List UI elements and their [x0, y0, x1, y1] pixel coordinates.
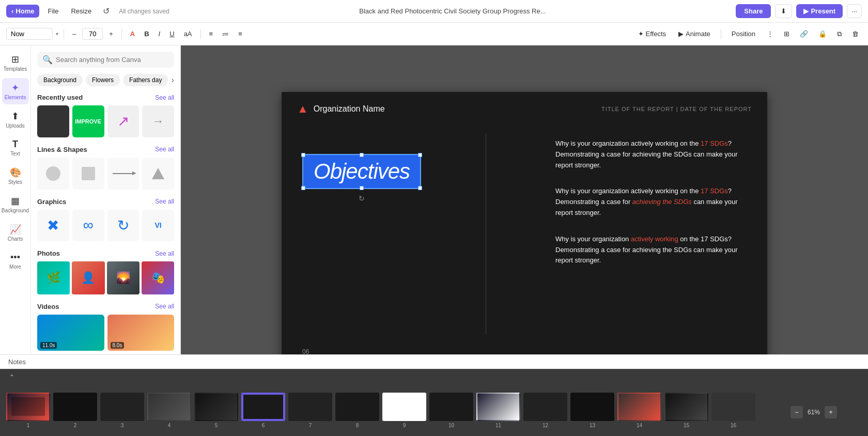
chip-fathers-day[interactable]: Fathers day [123, 74, 168, 86]
filmstrip-slide-9[interactable]: 9 [382, 393, 426, 428]
copy-button[interactable]: ⧉ [834, 28, 845, 40]
rotate-handle[interactable]: ↻ [357, 193, 367, 204]
photo-item-3[interactable]: 🌄 [107, 261, 140, 294]
align-button[interactable]: ≡ [206, 28, 216, 40]
content-block-1: Why is your organization actively workin… [555, 138, 752, 170]
search-input[interactable] [56, 56, 169, 64]
filmstrip-slide-15[interactable]: 15 [664, 393, 708, 428]
sidebar-item-templates[interactable]: ⊞ Templates [2, 50, 29, 76]
graphics-see-all[interactable]: See all [155, 198, 174, 205]
photo-item-1[interactable]: 🌿 [37, 261, 70, 294]
filmstrip-slide-12[interactable]: 12 [523, 393, 567, 428]
zoom-in-button[interactable]: + [825, 406, 837, 418]
sidebar-item-uploads[interactable]: ⬆ Uploads [2, 106, 29, 133]
filmstrip-slide-1[interactable]: 1 [6, 393, 50, 428]
graphic-item-2[interactable]: ∞ [72, 210, 104, 242]
chip-next-button[interactable]: › [171, 75, 174, 85]
handle-top-middle[interactable] [360, 153, 364, 157]
filmstrip-slide-14[interactable]: 14 [617, 393, 661, 428]
sidebar-item-elements[interactable]: ✦ Elements [2, 78, 29, 104]
resize-button[interactable]: Resize [67, 5, 96, 17]
filmstrip-slide-16[interactable]: 16 [711, 393, 755, 428]
sidebar-item-charts[interactable]: 📈 Charts [2, 220, 29, 246]
shape-triangle[interactable] [142, 158, 174, 190]
filmstrip-slide-8[interactable]: 8 [335, 393, 379, 428]
delete-button[interactable]: 🗑 [849, 28, 862, 40]
handle-bottom-right[interactable] [418, 186, 422, 190]
handle-top-right[interactable] [418, 153, 422, 157]
font-size-decrease-button[interactable]: – [69, 28, 79, 40]
search-bar[interactable]: 🔍 [37, 52, 174, 68]
undo-button[interactable]: ↺ [100, 4, 113, 18]
grid-format-button[interactable]: ⊞ [781, 28, 793, 40]
lines-shapes-see-all[interactable]: See all [155, 146, 174, 153]
graphic-item-3[interactable]: ↻ [107, 210, 140, 242]
filmstrip-scroll[interactable]: 1 2 3 4 5 6 7 8 [0, 384, 868, 436]
filmstrip-slide-13[interactable]: 13 [570, 393, 614, 428]
photos-see-all[interactable]: See all [155, 250, 174, 257]
graphic-item-1[interactable]: ✖ [37, 210, 69, 242]
objectives-textbox[interactable]: Objectives ↻ [302, 154, 421, 189]
filmstrip-slide-5[interactable]: 5 [194, 393, 238, 428]
animate-button[interactable]: ▶ Animate [674, 28, 715, 40]
font-size-increase-button[interactable]: + [106, 28, 116, 40]
position-button[interactable]: Position [727, 28, 760, 40]
link-button[interactable]: 🔗 [797, 28, 811, 40]
chip-flowers[interactable]: Flowers [86, 74, 120, 86]
recently-item-texture[interactable] [37, 105, 69, 137]
shape-line[interactable] [107, 158, 140, 190]
shape-circle[interactable] [37, 158, 69, 190]
filmstrip-collapse-button[interactable]: ⌃ [6, 372, 18, 382]
slide-canvas[interactable]: ▲ Organization Name TITLE OF THE REPORT … [282, 92, 767, 366]
handle-bottom-left[interactable] [301, 186, 305, 190]
video-item-2[interactable]: 8.0s [107, 315, 175, 351]
sidebar-item-background[interactable]: ▦ Background [2, 191, 29, 217]
filmstrip-slide-11[interactable]: 11 [476, 393, 520, 428]
sidebar-item-more[interactable]: ••• More [2, 248, 29, 274]
more-format-button[interactable]: ⋮ [764, 28, 777, 40]
photo-item-4[interactable]: 🎭 [142, 261, 174, 294]
share-button[interactable]: Share [736, 4, 771, 18]
recently-item-gray-arrow[interactable]: → [142, 105, 174, 137]
text-color-button[interactable]: A [127, 28, 138, 40]
filmstrip-slide-4[interactable]: 4 [147, 393, 191, 428]
notes-label[interactable]: Notes [8, 358, 26, 366]
more-options-button[interactable]: ··· [847, 4, 862, 18]
recently-item-improve[interactable]: IMPROVE [72, 105, 104, 137]
bold-button[interactable]: B [141, 28, 152, 40]
download-button[interactable]: ⬇ [775, 4, 792, 18]
file-button[interactable]: File [43, 5, 63, 17]
objectives-container[interactable]: Objectives ↻ [302, 154, 421, 189]
text-icon: T [12, 139, 18, 150]
font-family-select[interactable] [6, 28, 53, 40]
videos-see-all[interactable]: See all [155, 303, 174, 310]
home-button[interactable]: ‹ Home [6, 5, 39, 18]
handle-top-left[interactable] [301, 153, 305, 157]
handle-bottom-middle[interactable] [360, 186, 364, 190]
filmstrip-slide-2[interactable]: 2 [53, 393, 97, 428]
sidebar-item-text[interactable]: T Text [2, 135, 29, 161]
underline-button[interactable]: U [166, 28, 177, 40]
present-button[interactable]: ▶ Present [796, 4, 843, 18]
lock-button[interactable]: 🔒 [815, 28, 830, 40]
filmstrip-slide-6[interactable]: 6 [241, 393, 285, 428]
filmstrip-slide-7[interactable]: 7 [288, 393, 332, 428]
shape-square[interactable] [72, 158, 104, 190]
filmstrip-slide-10[interactable]: 10 [429, 393, 473, 428]
filmstrip-slide-3[interactable]: 3 [100, 393, 144, 428]
chip-background[interactable]: Background [37, 74, 83, 86]
video-item-1[interactable]: 11.0s [37, 315, 104, 351]
case-button[interactable]: aA [181, 28, 195, 40]
zoom-out-button[interactable]: − [791, 406, 803, 418]
graphic-item-4[interactable]: VI [142, 210, 174, 242]
font-size-input[interactable] [82, 28, 103, 40]
effects-button[interactable]: ✦ Effects [634, 28, 671, 40]
photo-item-2[interactable]: 👤 [72, 261, 104, 294]
recently-used-see-all[interactable]: See all [155, 94, 174, 101]
list-button[interactable]: ≔ [219, 28, 232, 40]
zoom-level: 61% [806, 409, 822, 416]
list2-button[interactable]: ≡ [235, 28, 245, 40]
sidebar-item-styles[interactable]: 🎨 Styles [2, 163, 29, 189]
recently-item-arrow[interactable]: ↗ [107, 105, 140, 137]
italic-button[interactable]: I [156, 28, 164, 40]
